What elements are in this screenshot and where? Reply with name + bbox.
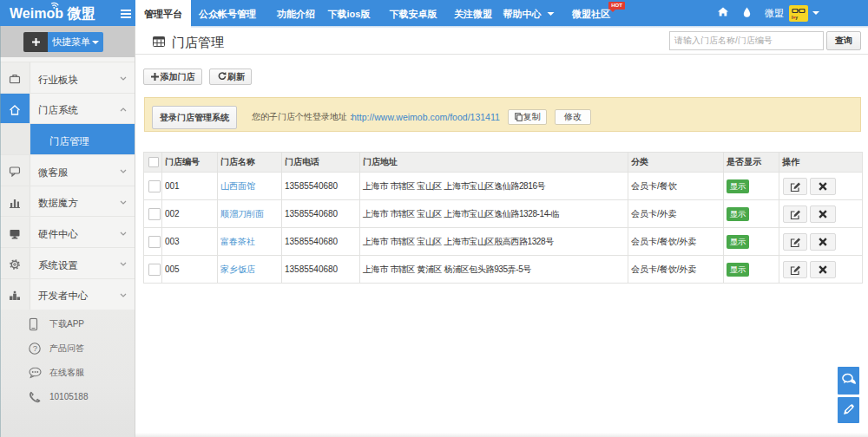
svg-text:?: ? — [33, 343, 37, 353]
